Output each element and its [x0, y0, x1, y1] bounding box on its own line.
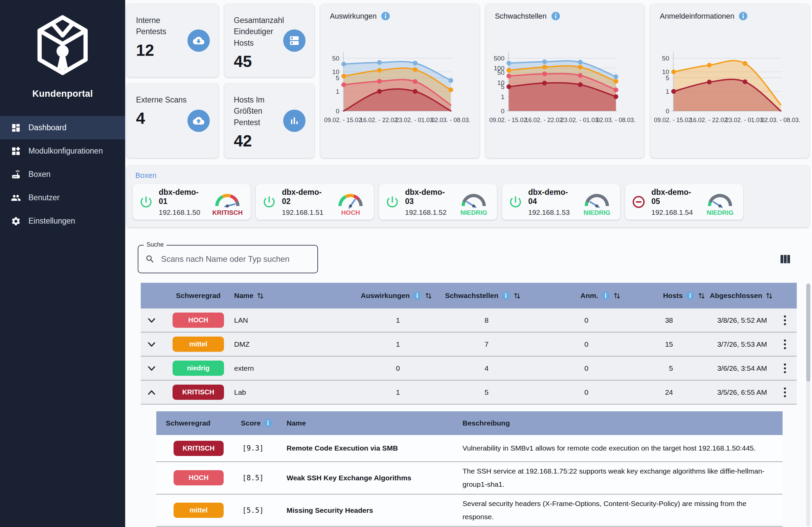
- expand-row-button[interactable]: [147, 341, 156, 347]
- schwachstellen-value: 8: [402, 316, 491, 324]
- vulnerability-row[interactable]: HOCH [8.5] Weak SSH Key Exchange Algorit…: [156, 462, 783, 495]
- svg-text:10: 10: [332, 68, 339, 75]
- view-columns-button[interactable]: [778, 252, 792, 266]
- svg-text:09.02. - 15.02.: 09.02. - 15.02.: [324, 117, 363, 123]
- schwachstellen-chart: 015105010050009.02. - 15.02.16.02. - 22.…: [485, 4, 644, 158]
- sort-icon[interactable]: [765, 292, 773, 300]
- info-icon[interactable]: [264, 419, 272, 427]
- info-icon[interactable]: [413, 291, 422, 300]
- svg-text:0: 0: [666, 107, 670, 115]
- sidebar-item-boxen[interactable]: Boxen: [0, 163, 125, 186]
- sort-icon[interactable]: [257, 292, 264, 300]
- data-point: [613, 74, 618, 79]
- hosts-value: 5: [590, 364, 675, 372]
- box-ip: 192.168.1.54: [651, 208, 697, 217]
- box-card-dbx-demo-02[interactable]: dbx-demo-02 192.168.1.51 HOCH: [256, 184, 374, 220]
- view-columns-icon: [778, 252, 792, 266]
- expand-row-button[interactable]: [147, 389, 156, 395]
- data-point: [377, 89, 382, 94]
- info-icon[interactable]: [551, 12, 560, 20]
- data-point: [613, 94, 618, 99]
- svg-text:1: 1: [336, 88, 339, 95]
- box-card-dbx-demo-03[interactable]: dbx-demo-03 192.168.1.52 NIEDRIG: [379, 184, 497, 220]
- info-icon[interactable]: [601, 291, 610, 300]
- severity-badge: niedrig: [173, 361, 224, 376]
- scrollbar-thumb[interactable]: [806, 283, 810, 382]
- box-name: dbx-demo-02: [282, 188, 328, 206]
- search-field-label: Suche: [144, 241, 166, 248]
- table-body: HOCH LAN 1 8 0 38 3/8/26, 5:52 AM mittel…: [141, 308, 797, 527]
- column-header-schwachstellen[interactable]: Schwachstellen: [432, 291, 521, 300]
- info-icon[interactable]: [502, 291, 510, 300]
- data-point: [507, 61, 511, 65]
- table-row-LAN[interactable]: HOCH LAN 1 8 0 38 3/8/26, 5:52 AM: [141, 308, 797, 333]
- sidebar-item-dashboard[interactable]: Dashboard: [0, 116, 125, 140]
- sort-icon[interactable]: [698, 292, 706, 300]
- box-info: dbx-demo-03 192.168.1.52: [405, 188, 451, 217]
- info-icon[interactable]: [686, 291, 695, 300]
- sidebar-item-einstellungen[interactable]: Einstellungen: [0, 209, 125, 233]
- svg-text:16.02. - 22.02.: 16.02. - 22.02.: [360, 117, 399, 123]
- stat-card-hosts-groesster-pentest: Hosts Im Größten Pentest 42: [224, 84, 314, 158]
- chart-title: Anmeldeinformationen: [660, 12, 734, 20]
- sidebar-item-modulkonfigurationen[interactable]: Modulkonfigurationen: [0, 140, 125, 163]
- chart-title: Schwachstellen: [495, 12, 547, 20]
- search-input[interactable]: [161, 254, 310, 264]
- sort-icon[interactable]: [613, 292, 621, 300]
- cube-keyhole-logo-icon: [31, 15, 94, 78]
- data-point: [542, 81, 547, 86]
- sidebar-nav: Dashboard Modulkonfigurationen Boxen Ben…: [0, 116, 125, 233]
- schwachstellen-value: 5: [402, 388, 491, 396]
- column-header-hosts[interactable]: Hosts: [621, 291, 706, 300]
- scans-table: Schweregrad Name Auswirkungen Schwachste…: [141, 283, 797, 527]
- row-actions-button[interactable]: [783, 339, 787, 350]
- sort-icon[interactable]: [425, 292, 432, 300]
- box-risk-label: NIEDRIG: [702, 209, 738, 217]
- column-header-auswirkungen[interactable]: Auswirkungen: [329, 291, 432, 300]
- box-row: dbx-demo-01 192.168.1.50 KRITISCH dbx-de…: [133, 184, 803, 220]
- info-icon[interactable]: [381, 12, 390, 20]
- row-actions-button[interactable]: [783, 386, 787, 398]
- box-ip: 192.168.1.53: [528, 208, 574, 217]
- svg-text:16.02. - 22.02.: 16.02. - 22.02.: [525, 117, 564, 123]
- sidebar-item-label: Boxen: [28, 170, 50, 179]
- info-icon[interactable]: [739, 12, 748, 20]
- box-card-dbx-demo-04[interactable]: dbx-demo-04 192.168.1.53 NIEDRIG: [502, 184, 620, 220]
- column-header-abgeschlossen[interactable]: Abgeschlossen: [706, 292, 773, 300]
- box-name: dbx-demo-01: [159, 188, 204, 206]
- vertical-scrollbar[interactable]: [806, 283, 810, 526]
- table-row-DMZ[interactable]: mittel DMZ 1 7 0 15 3/7/26, 5:53 AM: [141, 333, 797, 356]
- server-icon: [283, 29, 305, 52]
- severity-badge: HOCH: [174, 470, 223, 485]
- vulnerability-score: [5.5]: [241, 507, 287, 514]
- stat-label: Gesamtanzahl Eindeutiger Hosts: [234, 15, 288, 49]
- modules-icon: [11, 146, 21, 156]
- expand-row-button[interactable]: [147, 365, 156, 371]
- hosts-value: 24: [590, 388, 675, 396]
- expand-row-button[interactable]: [147, 317, 156, 323]
- boxen-title: Boxen: [135, 171, 803, 180]
- table-row-extern[interactable]: niedrig extern 0 4 0 5 3/6/26, 3:54 AM: [141, 356, 797, 381]
- column-header-anm[interactable]: Anm.: [521, 291, 621, 300]
- data-point: [449, 78, 453, 83]
- severity-badge: mittel: [174, 503, 223, 518]
- data-point: [743, 79, 748, 84]
- auswirkungen-value: 1: [329, 340, 402, 348]
- box-name: dbx-demo-04: [528, 188, 574, 206]
- table-row-Lab[interactable]: KRITISCH Lab 1 5 0 24 3/5/26, 6:55 AM: [141, 381, 797, 405]
- box-card-dbx-demo-01[interactable]: dbx-demo-01 192.168.1.50 KRITISCH: [133, 184, 251, 220]
- row-actions-button[interactable]: [783, 363, 787, 374]
- column-header-name[interactable]: Name: [234, 292, 329, 300]
- subtable-header: Schweregrad Score Name Beschreibung: [156, 411, 783, 435]
- box-ip: 192.168.1.52: [405, 208, 451, 217]
- row-actions-button[interactable]: [783, 314, 787, 326]
- vulnerability-row[interactable]: mittel [5.5] Missing Security Headers Se…: [156, 495, 783, 527]
- data-point: [542, 71, 547, 76]
- sort-icon[interactable]: [513, 292, 521, 300]
- scan-name: Lab: [234, 388, 329, 396]
- sidebar-item-benutzer[interactable]: Benutzer: [0, 186, 125, 209]
- vulnerability-row[interactable]: KRITISCH [9.3] Remote Code Execution via…: [156, 435, 783, 462]
- box-card-dbx-demo-05[interactable]: dbx-demo-05 192.168.1.54 NIEDRIG: [625, 184, 743, 220]
- box-info: dbx-demo-01 192.168.1.50: [159, 188, 204, 217]
- column-header-schweregrad: Schweregrad: [162, 292, 234, 300]
